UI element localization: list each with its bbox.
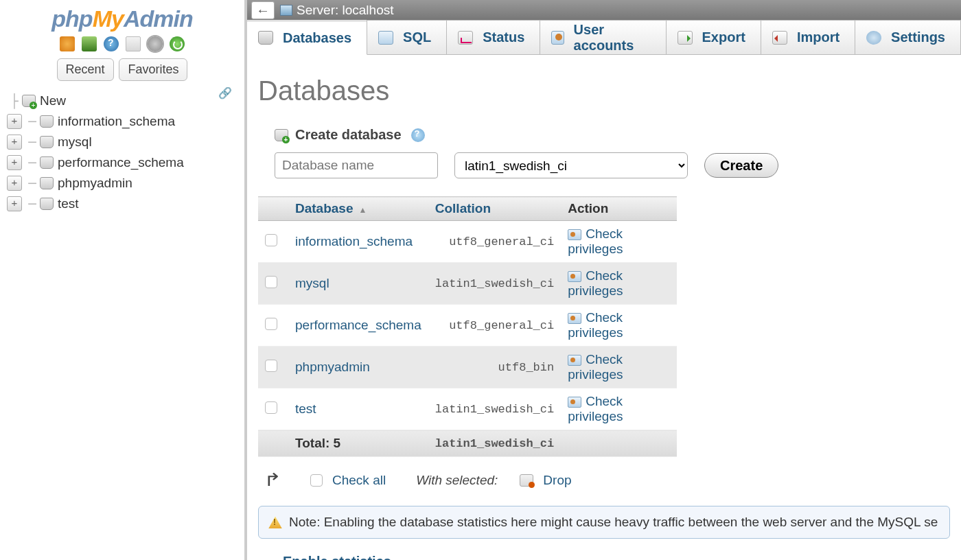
navigation-panel: phpMyAdmin Recent Favorites 🔗 ├ New + ─	[0, 0, 247, 560]
expand-icon[interactable]: +	[7, 176, 22, 191]
expand-icon[interactable]: +	[7, 135, 22, 150]
back-button[interactable]: ←	[251, 1, 275, 19]
collation-select[interactable]: latin1_swedish_ci	[454, 152, 688, 178]
privileges-icon	[568, 271, 581, 282]
help-icon[interactable]	[411, 128, 425, 142]
reload-icon[interactable]	[170, 36, 185, 51]
drop-link[interactable]: Drop	[543, 473, 571, 488]
warning-icon	[268, 516, 282, 528]
database-name-input[interactable]	[275, 152, 438, 178]
import-icon	[772, 31, 787, 45]
db-link[interactable]: mysql	[295, 276, 329, 290]
row-checkbox[interactable]	[265, 360, 277, 372]
col-database[interactable]: Database▲	[288, 197, 428, 221]
arrow-up-icon: ↱	[264, 469, 281, 491]
logo: phpMyAdmin	[0, 0, 244, 32]
tree-new[interactable]: ├ New	[7, 91, 244, 111]
db-collation: latin1_swedish_ci	[428, 263, 561, 305]
tree-item[interactable]: + ─ performance_schema	[7, 152, 244, 173]
nav-toolbar	[0, 36, 244, 51]
table-row: mysql latin1_swedish_ci Check privileges	[258, 263, 677, 305]
favorites-button[interactable]: Favorites	[119, 58, 187, 81]
privileges-icon	[568, 397, 581, 408]
tab-sql[interactable]: SQL	[367, 20, 447, 54]
server-label: Server: localhost	[297, 3, 394, 18]
tab-user-accounts[interactable]: User accounts	[540, 20, 666, 54]
privileges-icon	[568, 313, 581, 324]
table-row: performance_schema utf8_general_ci Check…	[258, 305, 677, 347]
database-icon	[40, 115, 54, 128]
database-icon	[40, 198, 54, 210]
main-panel: ← Server: localhost Databases SQL Status…	[247, 0, 961, 560]
user-accounts-icon	[551, 31, 564, 45]
note-text: Note: Enabling the database statistics h…	[289, 515, 938, 530]
tab-export[interactable]: Export	[666, 20, 761, 54]
expand-icon[interactable]: +	[7, 114, 22, 129]
row-checkbox[interactable]	[265, 318, 277, 330]
tree-item[interactable]: + ─ phpmyadmin	[7, 173, 244, 194]
status-icon	[458, 31, 473, 45]
expand-icon[interactable]: +	[7, 155, 22, 170]
tab-status[interactable]: Status	[446, 20, 540, 54]
db-collation: utf8_bin	[428, 347, 561, 388]
sql-icon	[378, 31, 393, 45]
create-database-form: latin1_swedish_ci Create	[275, 152, 950, 178]
server-icon	[280, 5, 292, 16]
db-collation: utf8_general_ci	[428, 305, 561, 347]
privileges-icon	[568, 355, 581, 366]
drop-icon	[520, 474, 533, 487]
db-collation: utf8_general_ci	[428, 221, 561, 263]
privileges-icon	[568, 229, 581, 240]
tree-item[interactable]: + ─ test	[7, 194, 244, 214]
db-collation: latin1_swedish_ci	[428, 388, 561, 430]
with-selected-label: With selected:	[416, 473, 498, 488]
new-db-icon	[275, 129, 288, 141]
table-row: information_schema utf8_general_ci Check…	[258, 221, 677, 263]
col-collation[interactable]: Collation	[428, 197, 561, 221]
new-db-icon	[22, 95, 36, 107]
db-link[interactable]: phpmyadmin	[295, 360, 370, 374]
row-checkbox[interactable]	[265, 276, 277, 288]
tab-import[interactable]: Import	[761, 20, 855, 54]
docs-icon[interactable]	[104, 36, 119, 51]
db-link[interactable]: performance_schema	[295, 318, 421, 332]
db-tree: ├ New + ─ information_schema + ─ mysql +…	[0, 86, 244, 214]
navpanel-icon[interactable]	[126, 36, 141, 51]
create-database-heading: Create database	[275, 127, 950, 143]
settings-icon[interactable]	[148, 36, 163, 51]
export-icon	[678, 31, 693, 45]
db-link[interactable]: information_schema	[295, 234, 413, 248]
database-icon	[40, 156, 54, 169]
check-all-link[interactable]: Check all	[332, 473, 386, 488]
tree-item[interactable]: + ─ mysql	[7, 132, 244, 152]
databases-icon	[258, 31, 273, 45]
enable-statistics-link[interactable]: Enable statistics	[283, 554, 391, 560]
table-row: test latin1_swedish_ci Check privileges	[258, 388, 677, 430]
home-icon[interactable]	[60, 36, 75, 51]
database-icon	[40, 136, 54, 148]
server-bar: ← Server: localhost	[247, 0, 961, 20]
wrench-icon	[866, 31, 881, 45]
col-action: Action	[561, 197, 677, 221]
top-tabs: Databases SQL Status User accounts Expor…	[247, 20, 961, 55]
tab-databases[interactable]: Databases	[247, 21, 367, 55]
expand-icon[interactable]: +	[7, 196, 22, 211]
note-box: Note: Enabling the database statistics h…	[258, 506, 950, 539]
table-row: phpmyadmin utf8_bin Check privileges	[258, 347, 677, 388]
db-link[interactable]: test	[295, 401, 316, 416]
row-checkbox[interactable]	[265, 401, 277, 414]
tree-item[interactable]: + ─ information_schema	[7, 111, 244, 132]
table-total-row: Total: 5 latin1_swedish_ci	[258, 430, 677, 457]
databases-table: Database▲ Collation Action information_s…	[258, 196, 677, 457]
bulk-action-row: ↱ Check all With selected: Drop	[265, 469, 950, 491]
link-icon[interactable]: 🔗	[218, 86, 232, 100]
tab-settings[interactable]: Settings	[855, 20, 961, 54]
page-title: Databases	[258, 75, 950, 106]
database-icon	[40, 177, 54, 189]
create-button[interactable]: Create	[704, 153, 778, 178]
row-checkbox[interactable]	[265, 234, 277, 246]
check-all-checkbox[interactable]	[310, 474, 323, 487]
recent-button[interactable]: Recent	[57, 58, 114, 81]
logout-icon[interactable]	[82, 36, 97, 51]
